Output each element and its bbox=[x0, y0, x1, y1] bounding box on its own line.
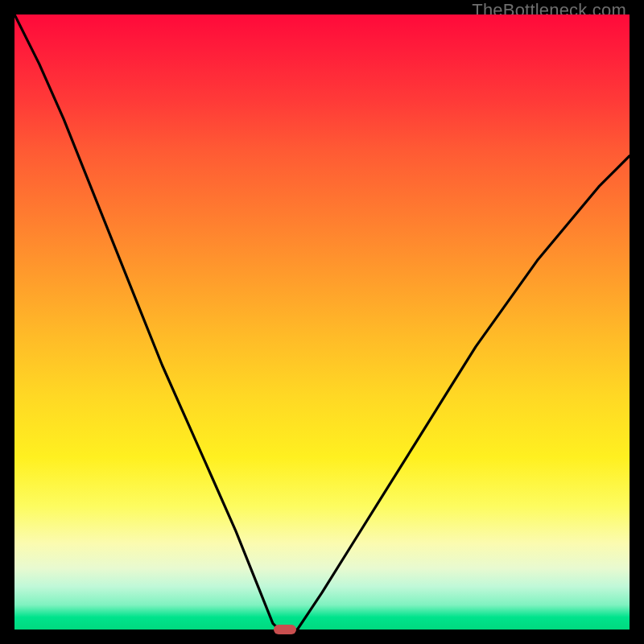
optimal-marker bbox=[274, 625, 296, 634]
plot-area bbox=[14, 14, 630, 630]
bottleneck-curve bbox=[14, 14, 630, 630]
chart-frame: TheBottleneck.com bbox=[0, 0, 644, 644]
